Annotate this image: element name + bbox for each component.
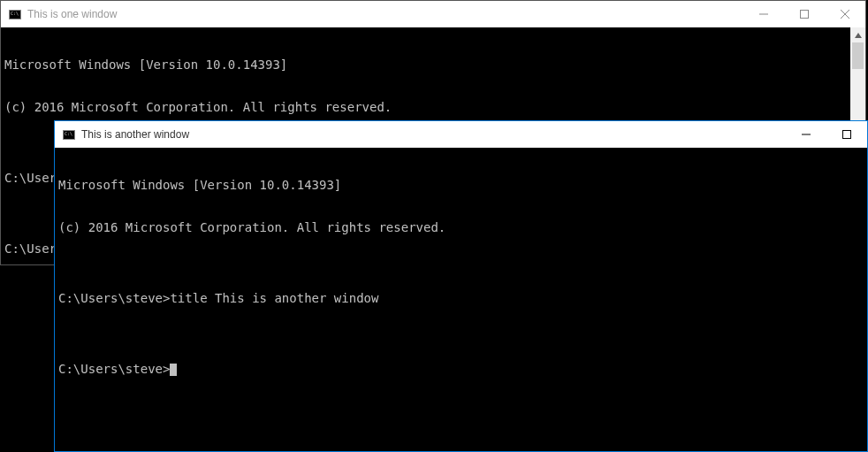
console-line: (c) 2016 Microsoft Corporation. All righ… — [4, 100, 847, 114]
console-line: C:\Users\steve> — [58, 362, 170, 376]
titlebar[interactable]: This is one window — [1, 1, 865, 27]
cmd-window-two[interactable]: This is another window Microsoft Windows… — [54, 120, 868, 452]
scroll-up-button[interactable] — [850, 27, 865, 42]
maximize-button[interactable] — [784, 1, 825, 27]
window-title: This is another window — [81, 128, 189, 141]
text-cursor — [170, 364, 177, 376]
window-title: This is one window — [27, 8, 117, 20]
close-button[interactable] — [825, 1, 865, 27]
cmd-icon — [62, 127, 76, 142]
svg-rect-1 — [801, 11, 809, 19]
console-output[interactable]: Microsoft Windows [Version 10.0.14393] (… — [55, 148, 867, 451]
console-prompt-line: C:\Users\steve> — [58, 362, 864, 376]
svg-rect-7 — [843, 131, 851, 139]
minimize-button[interactable] — [743, 1, 784, 27]
cmd-icon — [8, 7, 22, 21]
minimize-button[interactable] — [786, 121, 826, 148]
console-line: (c) 2016 Microsoft Corporation. All righ… — [58, 220, 864, 234]
console-line: C:\Users\steve>title This is another win… — [58, 291, 864, 305]
svg-marker-4 — [855, 33, 862, 38]
titlebar[interactable]: This is another window — [55, 121, 867, 148]
console-line: Microsoft Windows [Version 10.0.14393] — [4, 57, 847, 72]
scroll-thumb[interactable] — [852, 42, 864, 69]
console-line: Microsoft Windows [Version 10.0.14393] — [58, 178, 864, 192]
maximize-button[interactable] — [826, 121, 867, 148]
